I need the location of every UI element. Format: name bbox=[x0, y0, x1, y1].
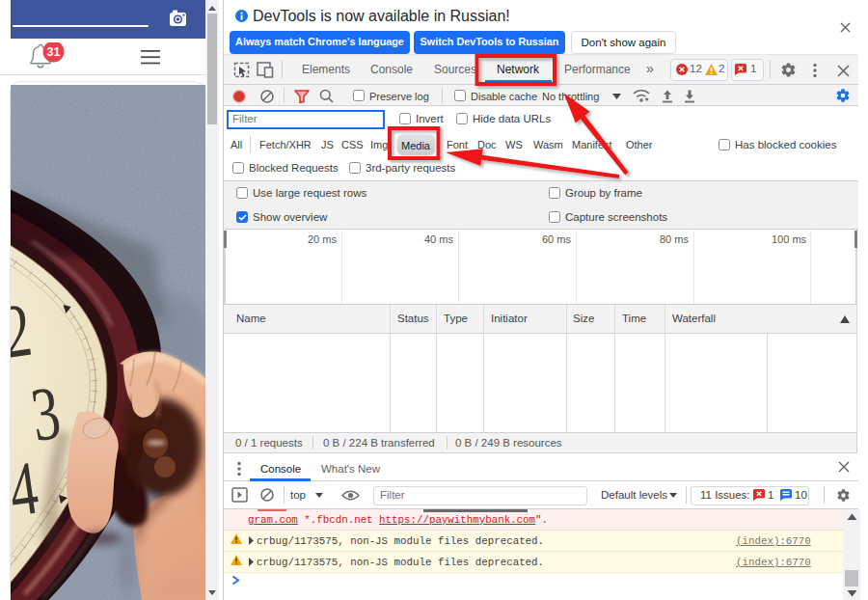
svg-text:31: 31 bbox=[47, 45, 61, 59]
